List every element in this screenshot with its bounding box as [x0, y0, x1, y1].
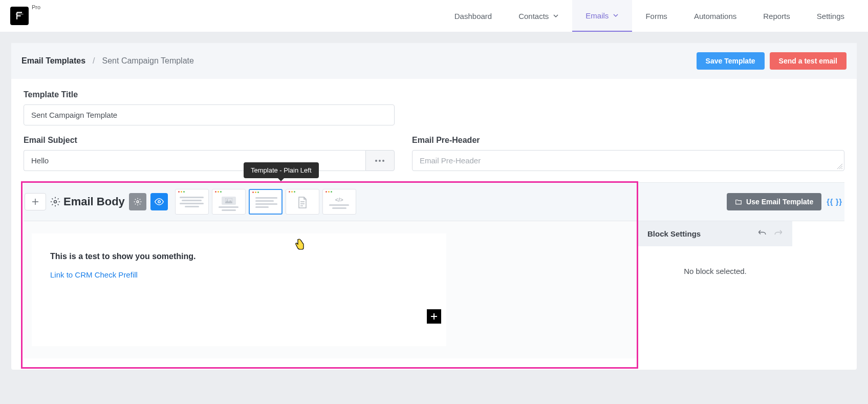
- sidebar-empty-message: No block selected.: [638, 246, 792, 296]
- redo-icon: [774, 228, 783, 238]
- field-email-subject: Email Subject: [24, 136, 395, 171]
- app-logo: [10, 7, 29, 25]
- field-template-title: Template Title: [24, 90, 395, 125]
- top-navigation: Pro Dashboard Contacts Emails Forms Auto…: [0, 0, 868, 32]
- email-canvas-area: This is a test to show you something. Li…: [24, 221, 638, 358]
- template-thumb-plain-left[interactable]: [249, 189, 283, 215]
- email-subject-label: Email Subject: [24, 136, 395, 145]
- svg-point-1: [137, 201, 139, 203]
- email-canvas[interactable]: This is a test to show you something. Li…: [32, 233, 446, 346]
- svg-point-4: [227, 199, 228, 200]
- nav-reports[interactable]: Reports: [750, 0, 804, 32]
- svg-point-0: [54, 201, 57, 203]
- nav-items: Dashboard Contacts Emails Forms Automati…: [441, 0, 858, 32]
- sidebar-header: Block Settings: [638, 221, 792, 246]
- image-icon: [225, 198, 232, 203]
- page-header: Email Templates / Sent Campaign Template…: [11, 43, 857, 79]
- breadcrumb-current: Sent Campaign Template: [102, 56, 194, 66]
- email-body-title: Email Body: [50, 195, 125, 208]
- chevron-down-icon: [613, 12, 619, 18]
- ellipsis-icon: [375, 160, 384, 162]
- save-template-button[interactable]: Save Template: [697, 52, 765, 70]
- breadcrumb-separator: /: [93, 56, 95, 66]
- breadcrumb-root[interactable]: Email Templates: [21, 56, 85, 66]
- pro-badge: Pro: [32, 4, 40, 10]
- template-thumb-centered[interactable]: [175, 189, 209, 215]
- template-tooltip: Template - Plain Left: [244, 162, 319, 178]
- template-thumb-image[interactable]: [212, 189, 246, 215]
- folder-icon: [735, 198, 742, 205]
- email-preheader-input[interactable]: [412, 150, 844, 171]
- preview-button[interactable]: [150, 193, 168, 210]
- block-settings-sidebar: Block Settings No block selected.: [638, 221, 792, 358]
- field-email-preheader: Email Pre-Header: [412, 136, 844, 171]
- undo-button[interactable]: [757, 228, 767, 239]
- canvas-text-block[interactable]: This is a test to show you something.: [50, 252, 428, 261]
- canvas-add-block-button[interactable]: [427, 309, 441, 324]
- eye-icon: [155, 197, 164, 206]
- plus-icon: [430, 313, 438, 320]
- gear-icon: [134, 198, 142, 206]
- insert-variable-button[interactable]: {{ }}: [827, 198, 842, 206]
- template-thumb-code[interactable]: </>: [322, 189, 356, 215]
- nav-automations[interactable]: Automations: [681, 0, 750, 32]
- redo-button[interactable]: [774, 228, 783, 239]
- add-block-button[interactable]: [25, 193, 46, 210]
- chevron-down-icon: [553, 13, 559, 19]
- document-icon: [297, 197, 308, 209]
- template-title-input[interactable]: [24, 104, 395, 125]
- editor-toolbar: Template - Plain Left Email Body: [24, 182, 844, 221]
- undo-icon: [757, 228, 767, 238]
- template-title-label: Template Title: [24, 90, 395, 99]
- nav-emails[interactable]: Emails: [572, 0, 632, 32]
- subject-options-button[interactable]: [365, 150, 395, 171]
- send-test-button[interactable]: Send a test email: [770, 52, 847, 70]
- nav-dashboard[interactable]: Dashboard: [441, 0, 505, 32]
- canvas-link[interactable]: Link to CRM Check Prefill: [50, 270, 428, 279]
- editor-settings-button[interactable]: [129, 193, 146, 210]
- sidebar-title: Block Settings: [647, 229, 701, 238]
- use-email-template-button[interactable]: Use Email Template: [727, 193, 821, 210]
- nav-settings[interactable]: Settings: [804, 0, 858, 32]
- code-icon: </>: [335, 197, 343, 203]
- svg-point-2: [158, 201, 161, 203]
- nav-contacts[interactable]: Contacts: [505, 0, 572, 32]
- template-thumb-document[interactable]: [286, 189, 319, 215]
- gear-icon: [50, 197, 60, 207]
- breadcrumb: Email Templates / Sent Campaign Template: [21, 56, 194, 66]
- nav-forms[interactable]: Forms: [632, 0, 681, 32]
- email-preheader-label: Email Pre-Header: [412, 136, 844, 145]
